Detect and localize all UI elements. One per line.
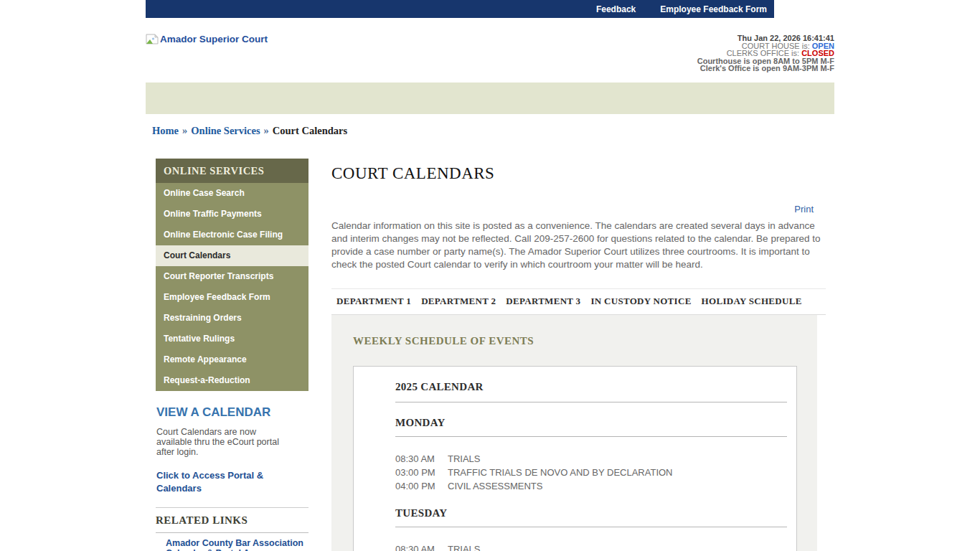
- page-title: COURT CALENDARS: [331, 164, 834, 183]
- related-link[interactable]: Calendar & Portal Access: [166, 548, 308, 551]
- page-container: FeedbackEmployee Feedback Form Amador Su…: [146, 0, 834, 551]
- sidebar-menu-item[interactable]: Restraining Orders: [156, 308, 308, 329]
- day-events: 08:30 AM TRIALS 03:00 PM TRAFFIC TRIALS …: [395, 452, 787, 493]
- logo-text: Amador Superior Court: [160, 34, 268, 44]
- event-time: 03:00 PM: [395, 466, 440, 479]
- topbar-link[interactable]: Employee Feedback Form: [660, 4, 767, 14]
- related-links-title: RELATED LINKS: [156, 508, 308, 533]
- schedule-event-row: 08:30 AM TRIALS: [395, 452, 787, 466]
- schedule-panel: WEEKLY SCHEDULE OF EVENTS 2025 CALENDAR …: [331, 315, 817, 551]
- breadcrumb-separator: »: [260, 125, 273, 136]
- sidebar-menu-item[interactable]: Remote Appearance: [156, 349, 308, 370]
- main-content: COURT CALENDARS Print Calendar informati…: [331, 159, 834, 551]
- sidebar-menu-item[interactable]: Online Case Search: [156, 183, 308, 204]
- day-heading: MONDAY: [395, 417, 787, 437]
- view-a-calendar-section: VIEW A CALENDAR Court Calendars are now …: [156, 405, 308, 494]
- schedule-event-row: 03:00 PM TRAFFIC TRIALS DE NOVO AND BY D…: [395, 466, 787, 479]
- day-section: MONDAY 08:30 AM TRIALS: [395, 417, 787, 493]
- calendar-year-title: 2025 CALENDAR: [395, 377, 787, 402]
- department-tabs: DEPARTMENT 1DEPARTMENT 2DEPARTMENT 3IN C…: [331, 288, 826, 315]
- department-tab[interactable]: DEPARTMENT 1: [336, 296, 411, 307]
- event-description: TRIALS: [448, 452, 481, 466]
- breadcrumb: Home»Online Services»Court Calendars: [146, 114, 834, 137]
- breadcrumb-part: Court Calendars: [273, 125, 347, 136]
- clerks-status-line: CLERKS OFFICE is: CLOSED: [697, 50, 834, 57]
- schedule-section-title: WEEKLY SCHEDULE OF EVENTS: [353, 335, 797, 347]
- court-status-block: Thu Jan 22, 2026 16:41:41 COURT HOUSE is…: [697, 34, 834, 72]
- day-heading: TUESDAY: [395, 507, 787, 527]
- intro-paragraph: Calendar information on this site is pos…: [331, 220, 826, 271]
- schedule-days: MONDAY 08:30 AM TRIALS: [395, 417, 787, 551]
- department-tab[interactable]: DEPARTMENT 2: [421, 296, 496, 307]
- utility-topbar: FeedbackEmployee Feedback Form: [146, 0, 774, 18]
- print-link[interactable]: Print: [794, 204, 814, 215]
- content-columns: ONLINE SERVICES Online Case Search Onlin…: [146, 159, 834, 551]
- sidebar-menu-item[interactable]: Employee Feedback Form: [156, 287, 308, 308]
- sidebar-menu-item[interactable]: Court Reporter Transcripts: [156, 266, 308, 287]
- event-description: CIVIL ASSESSMENTS: [448, 479, 542, 493]
- event-time: 08:30 AM: [395, 452, 440, 466]
- sidebar-menu-items: Online Case Search Online Traffic Paymen…: [156, 183, 308, 391]
- event-description: TRIALS: [448, 542, 481, 551]
- view-calendar-title: VIEW A CALENDAR: [156, 405, 308, 420]
- breadcrumb-separator: »: [179, 125, 191, 136]
- department-tab[interactable]: IN CUSTODY NOTICE: [590, 296, 691, 307]
- calendar-card: 2025 CALENDAR MONDAY 08:30 AM: [353, 366, 797, 551]
- clerks-hours: Clerk's Office is open 9AM-3PM M-F: [697, 65, 834, 72]
- breadcrumb-current: Court Calendars: [273, 125, 347, 136]
- topbar-link[interactable]: Feedback: [596, 4, 636, 14]
- sidebar-menu-item[interactable]: Online Electronic Case Filing: [156, 225, 308, 245]
- online-services-menu: ONLINE SERVICES Online Case Search Onlin…: [156, 159, 308, 391]
- department-tab[interactable]: HOLIDAY SCHEDULE: [702, 296, 802, 307]
- print-row: Print: [331, 202, 814, 215]
- event-time: 04:00 PM: [395, 479, 440, 493]
- sidebar-menu-item[interactable]: Tentative Rulings: [156, 329, 308, 349]
- view-calendar-text: Court Calendars are now available thru t…: [156, 427, 293, 457]
- sidebar-menu-title: ONLINE SERVICES: [156, 159, 308, 183]
- sidebar-menu-item[interactable]: Request-a-Reduction: [156, 370, 308, 391]
- sidebar: ONLINE SERVICES Online Case Search Onlin…: [156, 159, 308, 551]
- schedule-event-row: 08:30 AM TRIALS: [395, 542, 787, 551]
- site-header: Amador Superior Court Thu Jan 22, 2026 1…: [146, 18, 834, 83]
- breadcrumb-link[interactable]: Online Services: [191, 125, 260, 136]
- department-tab[interactable]: DEPARTMENT 3: [506, 296, 580, 307]
- related-link[interactable]: Amador County Bar Association: [166, 538, 308, 548]
- broken-image-icon: [146, 34, 159, 44]
- related-links-list: Amador County Bar AssociationCalendar & …: [156, 533, 308, 551]
- breadcrumb-part: Home»: [152, 125, 191, 136]
- breadcrumb-part: Online Services»: [191, 125, 273, 136]
- sidebar-menu-item[interactable]: Online Traffic Payments: [156, 204, 308, 225]
- schedule-event-row: 04:00 PM CIVIL ASSESSMENTS: [395, 479, 787, 493]
- site-logo[interactable]: Amador Superior Court: [146, 34, 268, 44]
- event-time: 08:30 AM: [395, 542, 440, 551]
- nav-band: [146, 83, 834, 114]
- breadcrumb-link[interactable]: Home: [152, 125, 179, 136]
- day-events: 08:30 AM TRIALS 08:30 AM DEPENDENCY CONF…: [395, 542, 787, 551]
- sidebar-menu-item[interactable]: Court Calendars: [156, 245, 308, 266]
- day-section: TUESDAY 08:30 AM TRIALS: [395, 507, 787, 551]
- event-description: TRAFFIC TRIALS DE NOVO AND BY DECLARATIO…: [448, 466, 673, 479]
- portal-access-link[interactable]: Click to Access Portal & Calendars: [156, 470, 263, 494]
